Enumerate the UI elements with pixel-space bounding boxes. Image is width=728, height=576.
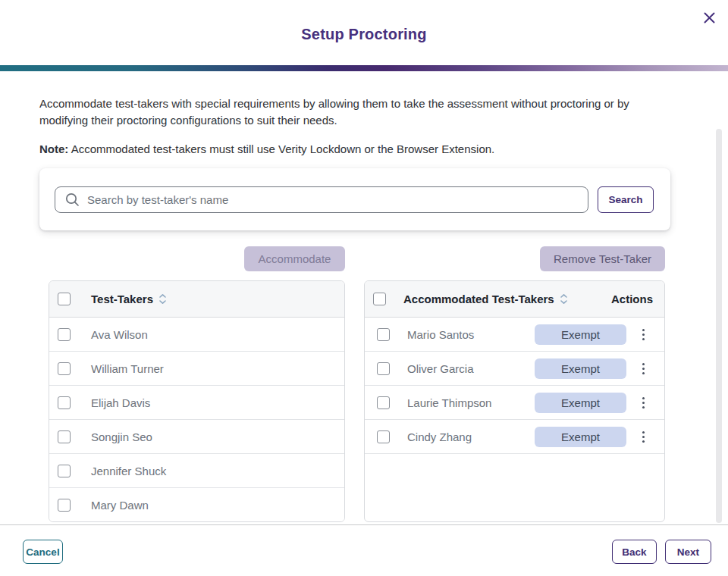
test-taker-name: Songjin Seo (91, 430, 152, 443)
row-checkbox[interactable] (58, 465, 71, 477)
test-taker-name: Mary Dawn (91, 499, 149, 512)
accommodate-button[interactable]: Accommodate (244, 246, 345, 271)
brand-gradient-divider (0, 65, 728, 71)
kebab-icon (642, 431, 645, 434)
row-checkbox[interactable] (58, 499, 71, 512)
test-takers-table-header: Test-Takers (49, 281, 344, 318)
note-label: Note: (39, 142, 68, 155)
table-row[interactable]: Oliver Garcia Exempt (365, 352, 664, 386)
test-taker-name: Oliver Garcia (407, 362, 535, 375)
accommodated-table-header: Accommodated Test-Takers Actions (365, 281, 664, 318)
test-taker-name: Ava Wilson (91, 328, 148, 341)
status-badge: Exempt (535, 393, 626, 413)
row-checkbox[interactable] (58, 328, 71, 341)
row-checkbox[interactable] (377, 396, 390, 409)
back-button[interactable]: Back (612, 540, 657, 564)
row-checkbox[interactable] (58, 396, 71, 409)
table-row[interactable]: Ava Wilson (49, 318, 344, 352)
status-badge: Exempt (535, 427, 626, 447)
table-row[interactable]: William Turner (49, 352, 344, 386)
row-checkbox[interactable] (377, 362, 390, 375)
accommodated-column-header: Accommodated Test-Takers (403, 293, 554, 305)
row-menu-button[interactable] (629, 391, 657, 414)
note-text: Note: Accommodated test-takers must stil… (39, 142, 676, 155)
table-row[interactable]: Mary Dawn (49, 488, 344, 522)
row-checkbox[interactable] (58, 430, 71, 443)
row-checkbox[interactable] (58, 362, 71, 375)
row-checkbox[interactable] (377, 328, 390, 341)
test-takers-column-header: Test-Takers (91, 293, 153, 305)
table-row[interactable]: Laurie Thimpson Exempt (365, 386, 664, 420)
search-card: Search (39, 168, 670, 230)
row-menu-button[interactable] (629, 357, 657, 380)
test-taker-name: Jennifer Shuck (91, 465, 166, 477)
row-menu-button[interactable] (629, 323, 657, 346)
search-input[interactable] (55, 186, 588, 213)
actions-column-header: Actions (611, 293, 653, 305)
modal-header: Setup Proctoring (0, 0, 728, 65)
setup-proctoring-modal: Setup Proctoring Accommodate test-takers… (0, 0, 728, 576)
table-row[interactable]: Cindy Zhang Exempt (365, 420, 664, 454)
row-menu-button[interactable] (629, 425, 657, 448)
description-text: Accommodate test-takers with special req… (39, 95, 646, 129)
remove-test-taker-button[interactable]: Remove Test-Taker (540, 246, 665, 271)
sort-icon[interactable] (158, 293, 167, 305)
kebab-icon (642, 397, 645, 399)
page-title: Setup Proctoring (0, 26, 728, 43)
next-button[interactable]: Next (665, 540, 711, 564)
close-icon (703, 11, 716, 24)
table-row[interactable]: Songjin Seo (49, 420, 344, 454)
search-field-wrap (55, 186, 588, 213)
row-checkbox[interactable] (377, 430, 390, 443)
test-taker-name: Elijah Davis (91, 396, 150, 409)
test-taker-name: Laurie Thimpson (407, 396, 535, 409)
test-taker-name: Cindy Zhang (407, 430, 535, 443)
close-button[interactable] (701, 9, 717, 26)
table-row[interactable]: Mario Santos Exempt (365, 318, 664, 352)
status-badge: Exempt (535, 358, 626, 379)
table-row[interactable]: Jennifer Shuck (49, 454, 344, 488)
test-takers-table: Test-Takers Ava Wilson William Turner El… (49, 280, 345, 522)
search-button[interactable]: Search (598, 186, 654, 213)
table-row[interactable]: Elijah Davis (49, 386, 344, 420)
select-all-checkbox[interactable] (58, 293, 71, 305)
footer-divider (0, 524, 728, 525)
cancel-button[interactable]: Cancel (23, 540, 63, 564)
kebab-icon (642, 363, 645, 365)
sort-icon[interactable] (560, 293, 568, 305)
select-all-checkbox[interactable] (373, 293, 386, 305)
status-badge: Exempt (535, 324, 626, 345)
kebab-icon (642, 329, 645, 331)
accommodated-test-takers-table: Accommodated Test-Takers Actions Mario S… (364, 280, 665, 522)
test-taker-name: Mario Santos (407, 328, 535, 341)
scrollbar-thumb[interactable] (716, 129, 722, 523)
test-taker-name: William Turner (91, 362, 164, 375)
